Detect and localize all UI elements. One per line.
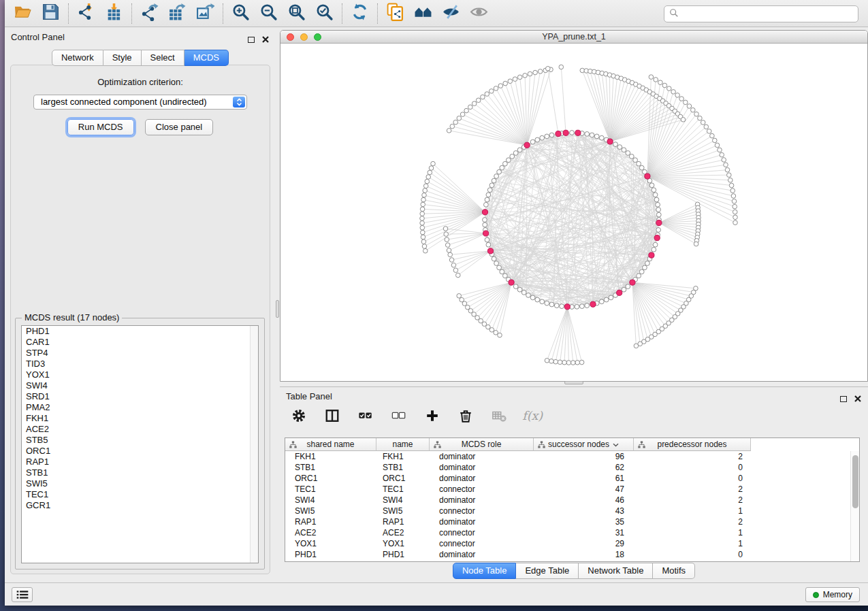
table-cell[interactable]: dominator [430,495,534,506]
table-cell[interactable]: 2 [634,495,751,506]
table-row[interactable]: ORC1ORC1dominator610 [285,473,859,484]
mcds-result-item[interactable]: GCR1 [22,500,258,511]
table-cell[interactable]: STB1 [285,462,376,473]
table-cell[interactable]: ORC1 [376,473,430,484]
save-button[interactable] [37,2,65,25]
table-cell[interactable]: ACE2 [376,527,430,538]
table-cell[interactable]: dominator [430,549,534,560]
table-row[interactable]: PHD1PHD1dominator180 [285,549,859,560]
show-columns-button[interactable] [324,409,340,425]
table-cell[interactable]: 2 [634,451,751,462]
table-cell[interactable]: dominator [430,462,534,473]
tab-select[interactable]: Select [142,50,184,66]
import-table-button[interactable] [100,2,128,25]
criterion-select[interactable]: largest connected component (undirected) [33,95,247,110]
table-cell[interactable]: ACE2 [285,527,376,538]
table-cell[interactable]: 61 [534,473,634,484]
tab-mcds[interactable]: MCDS [184,50,229,66]
table-row[interactable]: ACE2ACE2connector311 [285,527,859,538]
search-input[interactable] [681,6,858,22]
tab-network-table[interactable]: Network Table [579,563,653,579]
table-cell[interactable]: connector [430,538,534,549]
table-cell[interactable]: 35 [534,516,634,527]
close-panel-icon[interactable] [262,33,269,46]
table-cell[interactable]: dominator [430,451,534,462]
horizontal-splitter[interactable] [280,382,868,386]
open-folder-button[interactable] [9,2,37,25]
table-cell[interactable]: 1 [634,527,751,538]
table-row[interactable]: STB1STB1dominator620 [285,462,859,473]
mcds-result-item[interactable]: PHD1 [22,326,258,337]
table-cell[interactable]: 29 [534,538,634,549]
settings-button[interactable] [291,409,307,425]
mcds-result-item[interactable]: STB5 [22,435,258,446]
memory-button[interactable]: Memory [805,587,860,602]
table-cell[interactable]: connector [430,506,534,516]
table-row[interactable]: SWI5SWI5connector431 [285,506,859,516]
mcds-result-item[interactable]: SWI4 [22,380,258,391]
table-cell[interactable]: 2 [634,516,751,527]
table-cell[interactable]: 0 [634,549,751,560]
export-network-button[interactable] [135,2,163,25]
table-cell[interactable]: 18 [534,549,634,560]
table-cell[interactable]: TEC1 [285,484,376,495]
tab-motifs[interactable]: Motifs [653,563,695,579]
table-cell[interactable]: RAP1 [376,516,430,527]
zoom-selected-button[interactable] [310,2,338,25]
table-cell[interactable]: STB1 [376,462,430,473]
column-header-predecessor-nodes[interactable]: predecessor nodes [634,438,751,451]
mcds-result-item[interactable]: ACE2 [22,424,258,435]
table-cell[interactable]: SWI5 [376,506,430,516]
table-cell[interactable]: dominator [430,473,534,484]
table-cell[interactable]: dominator [430,516,534,527]
table-cell[interactable]: FKH1 [285,451,376,462]
select-all-button[interactable] [357,409,374,425]
splitter-handle[interactable] [276,300,279,318]
table-cell[interactable]: 0 [634,473,751,484]
minimize-window-icon[interactable] [300,33,308,41]
scrollbar-thumb[interactable] [852,455,858,508]
maximize-window-icon[interactable] [314,33,321,41]
table-cell[interactable]: 62 [534,462,634,473]
table-row[interactable]: FKH1FKH1dominator962 [285,451,859,462]
table-row[interactable]: YOX1YOX1connector291 [285,538,859,549]
mcds-result-item[interactable]: ORC1 [22,446,258,457]
table-cell[interactable]: 96 [534,451,634,462]
table-cell[interactable]: TEC1 [376,484,430,495]
close-window-icon[interactable] [287,33,294,41]
import-network-button[interactable] [72,2,100,25]
table-cell[interactable]: 31 [534,527,634,538]
clone-network-button[interactable] [381,2,409,25]
float-panel-icon[interactable] [248,37,255,43]
table-scrollbar[interactable] [850,451,859,561]
tab-network[interactable]: Network [52,50,103,66]
task-history-button[interactable] [12,587,33,602]
table-cell[interactable]: SWI4 [376,495,430,506]
table-row[interactable]: SWI4SWI4dominator462 [285,495,859,506]
hide-graphics-details-button[interactable] [437,2,465,25]
apply-layout-button[interactable] [346,2,374,25]
table-cell[interactable]: PHD1 [376,549,430,560]
table-cell[interactable]: SWI4 [285,495,376,506]
splitter-handle[interactable] [564,381,583,384]
list-scrollbar[interactable] [250,326,258,563]
table-cell[interactable]: 1 [634,506,751,516]
zoom-fit-button[interactable] [283,2,310,25]
table-cell[interactable]: FKH1 [376,451,430,462]
table-cell[interactable]: PHD1 [285,549,376,560]
mcds-result-item[interactable]: PMA2 [22,402,258,413]
delete-row-button[interactable] [457,409,474,425]
table-cell[interactable]: 0 [634,462,751,473]
close-panel-icon[interactable] [854,393,861,405]
table-cell[interactable]: ORC1 [285,473,376,484]
close-panel-button[interactable]: Close panel [145,119,214,135]
table-cell[interactable]: 43 [534,506,634,516]
tab-node-table[interactable]: Node Table [453,563,517,579]
column-header-MCDS-role[interactable]: MCDS role [430,438,534,451]
export-table-button[interactable] [163,2,191,25]
mcds-result-item[interactable]: STP4 [22,348,258,359]
table-cell[interactable]: 46 [534,495,634,506]
table-cell[interactable]: RAP1 [285,516,376,527]
table-cell[interactable]: 1 [634,538,751,549]
table-cell[interactable]: 2 [634,484,751,495]
